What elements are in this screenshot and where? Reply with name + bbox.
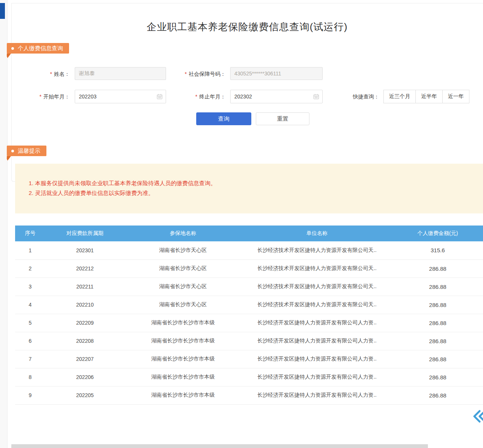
- table-cell-period: 202208: [45, 332, 125, 350]
- table-cell-area: 湖南省长沙市长沙市市本级: [125, 332, 242, 350]
- table-cell-index: 8: [15, 368, 45, 386]
- sidebar-collapsed-tab[interactable]: [0, 3, 5, 19]
- table-cell-amount: 286.88: [392, 350, 483, 368]
- table-cell-amount: 286.88: [392, 386, 483, 404]
- required-asterisk: *: [195, 94, 197, 100]
- table-cell-amount: 286.88: [392, 368, 483, 386]
- required-asterisk: *: [50, 71, 52, 77]
- table-row: 8202206湖南省长沙市长沙市市本级长沙经济开发区捷特人力资源开发有限公司人力…: [15, 368, 483, 386]
- table-cell-period: 202207: [45, 350, 125, 368]
- calendar-icon[interactable]: [313, 94, 319, 101]
- ribbon-fold: [7, 54, 11, 58]
- table-cell-index: 1: [15, 241, 45, 259]
- table-cell-company: 长沙经济开发区捷特人力资源开发有限公司人力资..: [242, 314, 392, 332]
- page-title: 企业职工基本养老保险缴费信息查询(试运行): [11, 20, 483, 34]
- table-cell-area: 湖南省长沙市天心区: [125, 259, 242, 278]
- table-cell-area: 湖南省长沙市天心区: [125, 241, 242, 259]
- table-cell-index: 3: [15, 278, 45, 296]
- name-input: [75, 67, 166, 80]
- table-cell-amount: 286.88: [392, 314, 483, 332]
- table-cell-index: 6: [15, 332, 45, 350]
- query-button[interactable]: 查询: [196, 112, 251, 125]
- end-date-label: *终止年月：: [166, 90, 226, 103]
- section-badge-tips: 温馨提示: [7, 146, 46, 156]
- start-date-input[interactable]: [75, 90, 166, 103]
- bottom-scroll-bar[interactable]: [11, 444, 428, 448]
- section-badge-query-label: 个人缴费信息查询: [18, 43, 63, 54]
- table-cell-area: 湖南省长沙市长沙市市本级: [125, 368, 242, 386]
- col-header-area: 参保地名称: [125, 226, 242, 241]
- table-cell-company: 长沙经济开发区捷特人力资源开发有限公司人力资..: [242, 368, 392, 386]
- table-cell-area: 湖南省长沙市长沙市市本级: [125, 314, 242, 332]
- start-date-field: [75, 90, 166, 103]
- col-header-amount: 个人缴费金额(元): [392, 226, 483, 241]
- quick-btn-1year[interactable]: 近一年: [442, 90, 469, 103]
- table-cell-period: 202210: [45, 296, 125, 314]
- table-cell-index: 2: [15, 259, 45, 278]
- notice-line-2: 2. 灵活就业人员的缴费单位信息以实际缴费为准。: [29, 188, 475, 198]
- start-date-label: *开始年月：: [23, 90, 70, 103]
- table-cell-index: 5: [15, 314, 45, 332]
- quick-btn-3months[interactable]: 近三个月: [383, 90, 416, 103]
- left-gutter: [0, 0, 8, 448]
- reset-button[interactable]: 重置: [256, 112, 309, 125]
- col-header-period: 对应费款所属期: [45, 226, 125, 241]
- required-asterisk: *: [185, 71, 187, 77]
- section-badge-tips-label: 温馨提示: [18, 146, 40, 156]
- table-cell-company: 长沙经济技术开发区捷特人力资源开发有限公司天..: [242, 259, 392, 278]
- table-row: 5202209湖南省长沙市长沙市市本级长沙经济开发区捷特人力资源开发有限公司人力…: [15, 314, 483, 332]
- quick-query-label: 快捷查询：: [332, 90, 379, 103]
- table-cell-period: 202206: [45, 368, 125, 386]
- table-cell-amount: 286.88: [392, 278, 483, 296]
- table-cell-company: 长沙经济开发区捷特人力资源开发有限公司人力资..: [242, 386, 392, 404]
- payment-table-wrap: 序号 对应费款所属期 参保地名称 单位名称 个人缴费金额(元) 1202301湖…: [15, 226, 483, 405]
- payment-table: 序号 对应费款所属期 参保地名称 单位名称 个人缴费金额(元) 1202301湖…: [15, 226, 483, 405]
- table-cell-area: 湖南省长沙市长沙市市本级: [125, 386, 242, 404]
- table-row: 4202210湖南省长沙市天心区长沙经济技术开发区捷特人力资源开发有限公司天..…: [15, 296, 483, 314]
- page: 企业职工基本养老保险缴费信息查询(试运行) 个人缴费信息查询 *姓名： *社会保…: [0, 0, 483, 448]
- table-cell-area: 湖南省长沙市天心区: [125, 296, 242, 314]
- ribbon-fold: [7, 156, 11, 161]
- table-cell-company: 长沙经济开发区捷特人力资源开发有限公司人力资..: [242, 350, 392, 368]
- quick-query-group: 近三个月 近半年 近一年: [383, 90, 469, 103]
- table-cell-company: 长沙经济技术开发区捷特人力资源开发有限公司天..: [242, 278, 392, 296]
- table-row: 3202211湖南省长沙市天心区长沙经济技术开发区捷特人力资源开发有限公司天..…: [15, 278, 483, 296]
- calendar-icon[interactable]: [157, 94, 163, 101]
- section-badge-query: 个人缴费信息查询: [7, 43, 69, 54]
- col-header-company: 单位名称: [242, 226, 392, 241]
- table-row: 7202207湖南省长沙市长沙市市本级长沙经济开发区捷特人力资源开发有限公司人力…: [15, 350, 483, 368]
- table-cell-company: 长沙经济技术开发区捷特人力资源开发有限公司天..: [242, 296, 392, 314]
- table-cell-area: 湖南省长沙市天心区: [125, 278, 242, 296]
- ssn-label: *社会保障号码：: [166, 67, 226, 81]
- end-date-field: [230, 90, 323, 103]
- col-header-index: 序号: [15, 226, 45, 241]
- bullet-dot-icon: [11, 150, 14, 152]
- ssn-input: [230, 67, 323, 80]
- bullet-dot-icon: [11, 47, 14, 50]
- table-row: 9202205湖南省长沙市长沙市市本级长沙经济开发区捷特人力资源开发有限公司人力…: [15, 386, 483, 404]
- table-header-row: 序号 对应费款所属期 参保地名称 单位名称 个人缴费金额(元): [15, 226, 483, 241]
- table-cell-index: 7: [15, 350, 45, 368]
- notice-box: 1. 本服务仅提供尚未领取企业职工基本养老保险待遇人员的缴费信息查询。 2. 灵…: [15, 164, 483, 213]
- name-label: *姓名：: [23, 67, 70, 81]
- table-row: 2202212湖南省长沙市天心区长沙经济技术开发区捷特人力资源开发有限公司天..…: [15, 259, 483, 278]
- table-cell-index: 9: [15, 386, 45, 404]
- required-asterisk: *: [40, 94, 42, 100]
- table-cell-period: 202209: [45, 314, 125, 332]
- end-date-input[interactable]: [230, 90, 323, 103]
- table-cell-company: 长沙经济开发区捷特人力资源开发有限公司人力资..: [242, 332, 392, 350]
- quick-btn-halfyear[interactable]: 近半年: [415, 90, 443, 103]
- table-cell-index: 4: [15, 296, 45, 314]
- table-cell-amount: 286.88: [392, 259, 483, 278]
- table-cell-amount: 286.88: [392, 296, 483, 314]
- table-cell-period: 202301: [45, 241, 125, 259]
- collapse-chevron-icon[interactable]: [472, 410, 483, 423]
- table-row: 6202208湖南省长沙市长沙市市本级长沙经济开发区捷特人力资源开发有限公司人力…: [15, 332, 483, 350]
- table-cell-company: 长沙经济技术开发区捷特人力资源开发有限公司天..: [242, 241, 392, 259]
- table-row: 1202301湖南省长沙市天心区长沙经济技术开发区捷特人力资源开发有限公司天..…: [15, 241, 483, 259]
- table-cell-amount: 315.6: [392, 241, 483, 259]
- table-cell-area: 湖南省长沙市长沙市市本级: [125, 350, 242, 368]
- table-cell-period: 202212: [45, 259, 125, 278]
- table-cell-period: 202211: [45, 278, 125, 296]
- table-cell-period: 202205: [45, 386, 125, 404]
